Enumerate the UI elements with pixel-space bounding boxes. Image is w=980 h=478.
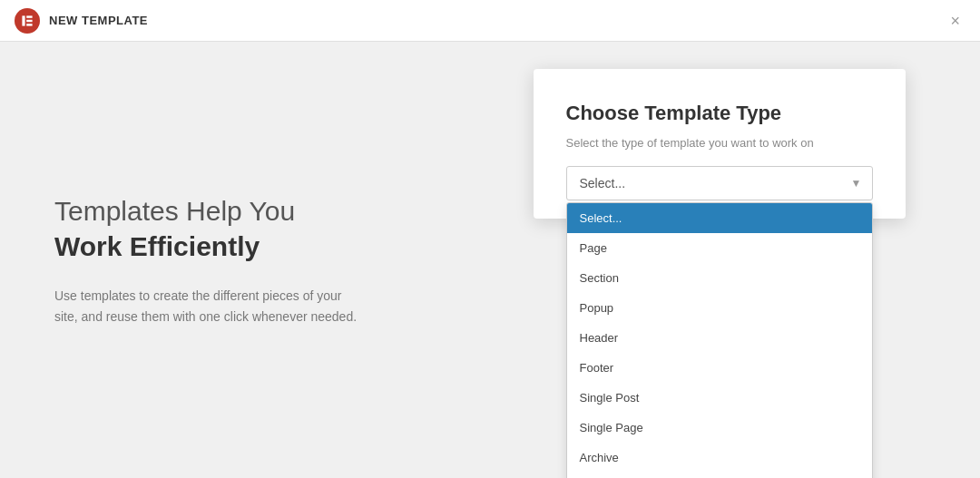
left-title-bold: Work Efficiently xyxy=(54,229,404,264)
dropdown-item[interactable]: Archive xyxy=(567,443,872,473)
select-box[interactable]: Select... xyxy=(566,166,873,200)
svg-rect-3 xyxy=(26,24,32,25)
dropdown-item[interactable]: Search Results xyxy=(567,473,872,478)
dropdown-list: Select...PageSectionPopupHeaderFooterSin… xyxy=(566,202,873,478)
modal-title: Choose Template Type xyxy=(566,102,873,125)
header-title: NEW TEMPLATE xyxy=(49,14,148,27)
elementor-icon xyxy=(20,14,34,28)
header-bar: NEW TEMPLATE × xyxy=(0,0,980,42)
dropdown-item[interactable]: Footer xyxy=(567,353,872,383)
dropdown-item[interactable]: Popup xyxy=(567,293,872,323)
modal-subtitle: Select the type of template you want to … xyxy=(566,136,873,150)
select-wrapper: Select... ▼ Select...PageSectionPopupHea… xyxy=(566,166,873,200)
left-panel: Templates Help You Work Efficiently Use … xyxy=(0,42,458,478)
svg-rect-0 xyxy=(22,15,24,25)
left-description: Use templates to create the different pi… xyxy=(54,286,363,327)
svg-rect-2 xyxy=(26,19,32,21)
svg-rect-1 xyxy=(26,15,32,17)
dropdown-item[interactable]: Single Post xyxy=(567,383,872,413)
close-button[interactable]: × xyxy=(945,9,965,33)
left-title-normal: Templates Help You xyxy=(54,193,404,229)
dropdown-item[interactable]: Select... xyxy=(567,203,872,233)
modal-card: Choose Template Type Select the type of … xyxy=(534,69,906,219)
elementor-logo xyxy=(15,8,40,34)
dropdown-item[interactable]: Single Page xyxy=(567,413,872,443)
right-panel: Choose Template Type Select the type of … xyxy=(458,42,980,478)
dropdown-item[interactable]: Header xyxy=(567,323,872,353)
select-value: Select... xyxy=(580,176,626,190)
main-area: Templates Help You Work Efficiently Use … xyxy=(0,42,980,478)
dropdown-item[interactable]: Section xyxy=(567,263,872,293)
dropdown-item[interactable]: Page xyxy=(567,233,872,263)
